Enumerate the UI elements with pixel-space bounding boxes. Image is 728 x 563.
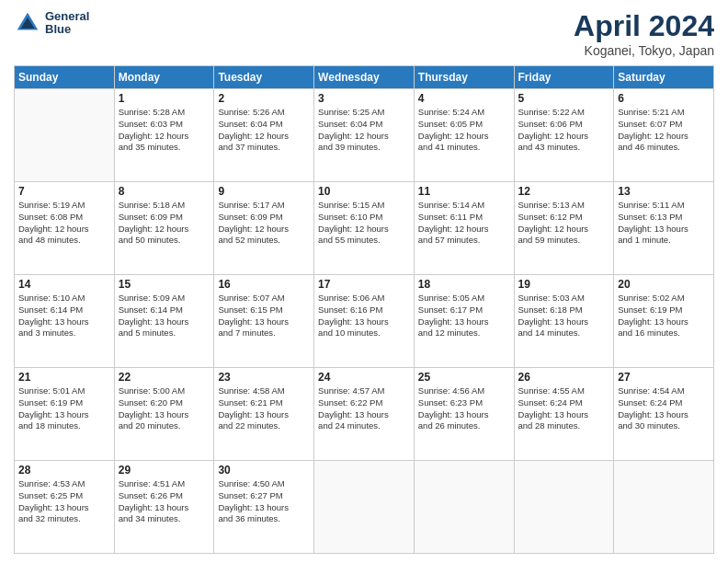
day-info: Sunrise: 5:21 AM Sunset: 6:07 PM Dayligh… <box>618 107 710 154</box>
day-number: 7 <box>18 185 110 198</box>
calendar-cell: 25Sunrise: 4:56 AM Sunset: 6:23 PM Dayli… <box>414 368 514 461</box>
day-info: Sunrise: 5:11 AM Sunset: 6:13 PM Dayligh… <box>618 200 710 247</box>
day-number: 6 <box>618 92 710 105</box>
day-number: 19 <box>518 278 610 291</box>
calendar-cell: 28Sunrise: 4:53 AM Sunset: 6:25 PM Dayli… <box>15 461 115 554</box>
day-number: 12 <box>518 185 610 198</box>
day-info: Sunrise: 4:56 AM Sunset: 6:23 PM Dayligh… <box>418 385 510 432</box>
day-info: Sunrise: 5:24 AM Sunset: 6:05 PM Dayligh… <box>418 107 510 154</box>
day-info: Sunrise: 4:54 AM Sunset: 6:24 PM Dayligh… <box>618 385 710 432</box>
day-number: 20 <box>618 278 710 291</box>
calendar-cell: 26Sunrise: 4:55 AM Sunset: 6:24 PM Dayli… <box>514 368 614 461</box>
calendar-cell <box>414 461 514 554</box>
day-info: Sunrise: 4:53 AM Sunset: 6:25 PM Dayligh… <box>18 478 110 525</box>
day-info: Sunrise: 5:07 AM Sunset: 6:15 PM Dayligh… <box>218 293 310 339</box>
weekday-header: Wednesday <box>314 66 415 89</box>
day-number: 14 <box>18 278 110 291</box>
weekday-header: Saturday <box>614 66 714 89</box>
day-info: Sunrise: 4:50 AM Sunset: 6:27 PM Dayligh… <box>218 478 310 525</box>
day-number: 29 <box>119 464 210 477</box>
day-number: 25 <box>418 371 510 384</box>
calendar-cell: 23Sunrise: 4:58 AM Sunset: 6:21 PM Dayli… <box>214 368 314 461</box>
day-info: Sunrise: 5:19 AM Sunset: 6:08 PM Dayligh… <box>18 200 110 247</box>
calendar-table: SundayMondayTuesdayWednesdayThursdayFrid… <box>14 65 714 554</box>
day-info: Sunrise: 4:51 AM Sunset: 6:26 PM Dayligh… <box>119 478 210 525</box>
day-number: 2 <box>218 92 310 105</box>
title-location: Koganei, Tokyo, Japan <box>574 43 714 58</box>
calendar-week-row: 28Sunrise: 4:53 AM Sunset: 6:25 PM Dayli… <box>15 461 714 554</box>
calendar-cell: 17Sunrise: 5:06 AM Sunset: 6:16 PM Dayli… <box>314 275 415 368</box>
day-number: 1 <box>119 92 210 105</box>
calendar-cell: 20Sunrise: 5:02 AM Sunset: 6:19 PM Dayli… <box>614 275 714 368</box>
day-number: 13 <box>618 185 710 198</box>
day-number: 26 <box>518 371 610 384</box>
day-info: Sunrise: 5:00 AM Sunset: 6:20 PM Dayligh… <box>119 385 210 432</box>
day-info: Sunrise: 5:14 AM Sunset: 6:11 PM Dayligh… <box>418 200 510 247</box>
day-number: 28 <box>18 464 110 477</box>
calendar-cell: 7Sunrise: 5:19 AM Sunset: 6:08 PM Daylig… <box>15 182 115 275</box>
weekday-header-row: SundayMondayTuesdayWednesdayThursdayFrid… <box>15 66 714 89</box>
day-number: 3 <box>318 92 410 105</box>
title-block: April 2024 Koganei, Tokyo, Japan <box>574 9 714 58</box>
calendar-cell: 21Sunrise: 5:01 AM Sunset: 6:19 PM Dayli… <box>15 368 115 461</box>
logo-text: General Blue <box>45 10 89 37</box>
calendar-week-row: 14Sunrise: 5:10 AM Sunset: 6:14 PM Dayli… <box>15 275 714 368</box>
calendar-cell: 18Sunrise: 5:05 AM Sunset: 6:17 PM Dayli… <box>414 275 514 368</box>
day-number: 17 <box>318 278 410 291</box>
day-number: 30 <box>218 464 310 477</box>
day-info: Sunrise: 4:55 AM Sunset: 6:24 PM Dayligh… <box>518 385 610 432</box>
calendar-cell: 10Sunrise: 5:15 AM Sunset: 6:10 PM Dayli… <box>314 182 415 275</box>
day-info: Sunrise: 5:02 AM Sunset: 6:19 PM Dayligh… <box>618 293 710 339</box>
day-number: 18 <box>418 278 510 291</box>
calendar-cell <box>614 461 714 554</box>
weekday-header: Thursday <box>414 66 514 89</box>
day-number: 16 <box>218 278 310 291</box>
day-info: Sunrise: 5:26 AM Sunset: 6:04 PM Dayligh… <box>218 107 310 154</box>
day-number: 4 <box>418 92 510 105</box>
calendar-cell: 16Sunrise: 5:07 AM Sunset: 6:15 PM Dayli… <box>214 275 314 368</box>
calendar-cell: 22Sunrise: 5:00 AM Sunset: 6:20 PM Dayli… <box>114 368 214 461</box>
day-info: Sunrise: 5:09 AM Sunset: 6:14 PM Dayligh… <box>119 293 210 339</box>
day-info: Sunrise: 5:25 AM Sunset: 6:04 PM Dayligh… <box>318 107 410 154</box>
logo: General Blue <box>14 9 89 37</box>
calendar-cell: 15Sunrise: 5:09 AM Sunset: 6:14 PM Dayli… <box>114 275 214 368</box>
day-info: Sunrise: 5:05 AM Sunset: 6:17 PM Dayligh… <box>418 293 510 339</box>
day-info: Sunrise: 5:18 AM Sunset: 6:09 PM Dayligh… <box>119 200 210 247</box>
day-info: Sunrise: 5:01 AM Sunset: 6:19 PM Dayligh… <box>18 385 110 432</box>
calendar-cell <box>514 461 614 554</box>
day-number: 8 <box>119 185 210 198</box>
day-number: 23 <box>218 371 310 384</box>
logo-line2: Blue <box>45 23 89 36</box>
day-number: 5 <box>518 92 610 105</box>
day-number: 21 <box>18 371 110 384</box>
day-number: 27 <box>618 371 710 384</box>
calendar-cell: 12Sunrise: 5:13 AM Sunset: 6:12 PM Dayli… <box>514 182 614 275</box>
calendar-cell: 24Sunrise: 4:57 AM Sunset: 6:22 PM Dayli… <box>314 368 415 461</box>
day-number: 9 <box>218 185 310 198</box>
calendar-cell: 1Sunrise: 5:28 AM Sunset: 6:03 PM Daylig… <box>114 89 214 182</box>
day-info: Sunrise: 5:17 AM Sunset: 6:09 PM Dayligh… <box>218 200 310 247</box>
weekday-header: Friday <box>514 66 614 89</box>
calendar-cell <box>314 461 415 554</box>
header: General Blue April 2024 Koganei, Tokyo, … <box>14 9 714 58</box>
calendar-cell: 6Sunrise: 5:21 AM Sunset: 6:07 PM Daylig… <box>614 89 714 182</box>
day-info: Sunrise: 4:57 AM Sunset: 6:22 PM Dayligh… <box>318 385 410 432</box>
calendar-cell: 29Sunrise: 4:51 AM Sunset: 6:26 PM Dayli… <box>114 461 214 554</box>
day-number: 24 <box>318 371 410 384</box>
day-info: Sunrise: 4:58 AM Sunset: 6:21 PM Dayligh… <box>218 385 310 432</box>
calendar-week-row: 7Sunrise: 5:19 AM Sunset: 6:08 PM Daylig… <box>15 182 714 275</box>
day-info: Sunrise: 5:06 AM Sunset: 6:16 PM Dayligh… <box>318 293 410 339</box>
calendar-cell: 2Sunrise: 5:26 AM Sunset: 6:04 PM Daylig… <box>214 89 314 182</box>
weekday-header: Monday <box>114 66 214 89</box>
title-month: April 2024 <box>574 9 714 43</box>
day-number: 15 <box>119 278 210 291</box>
day-info: Sunrise: 5:22 AM Sunset: 6:06 PM Dayligh… <box>518 107 610 154</box>
day-info: Sunrise: 5:15 AM Sunset: 6:10 PM Dayligh… <box>318 200 410 247</box>
calendar-cell: 9Sunrise: 5:17 AM Sunset: 6:09 PM Daylig… <box>214 182 314 275</box>
calendar-cell: 3Sunrise: 5:25 AM Sunset: 6:04 PM Daylig… <box>314 89 415 182</box>
calendar-week-row: 21Sunrise: 5:01 AM Sunset: 6:19 PM Dayli… <box>15 368 714 461</box>
day-number: 11 <box>418 185 510 198</box>
day-number: 22 <box>119 371 210 384</box>
calendar-cell: 8Sunrise: 5:18 AM Sunset: 6:09 PM Daylig… <box>114 182 214 275</box>
logo-icon <box>14 9 41 37</box>
